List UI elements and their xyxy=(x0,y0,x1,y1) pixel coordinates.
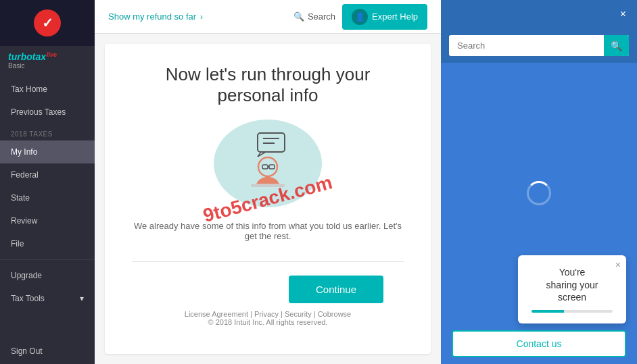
svg-marker-3 xyxy=(258,152,266,157)
sidebar-item-tax-tools[interactable]: Tax Tools ▾ xyxy=(0,287,95,310)
sidebar-item-state[interactable]: State xyxy=(0,186,95,209)
right-panel-close-button[interactable]: × xyxy=(620,8,626,20)
sign-out-link[interactable]: Sign Out xyxy=(0,338,95,364)
sidebar-item-review[interactable]: Review xyxy=(0,209,95,232)
expert-help-button[interactable]: 👤 Expert Help xyxy=(342,4,427,30)
sharing-popup-close-button[interactable]: × xyxy=(615,259,621,270)
svg-rect-6 xyxy=(269,165,275,169)
expert-avatar: 👤 xyxy=(352,9,368,25)
taxes-section-label: 2018 TAXES xyxy=(0,124,95,140)
topbar: Show my refund so far › 🔍 Search 👤 Exper… xyxy=(95,0,441,34)
sidebar-item-file[interactable]: File xyxy=(0,232,95,255)
brand-area: turbotaxlive Basic xyxy=(0,46,95,78)
svg-rect-5 xyxy=(262,165,268,169)
sidebar-item-upgrade[interactable]: Upgrade xyxy=(0,264,95,287)
sharing-progress-bar-container xyxy=(532,310,613,313)
topbar-left: Show my refund so far › xyxy=(108,11,203,22)
right-panel: × 🔍 × You'resharing yourscreen Contact u… xyxy=(441,0,637,364)
sidebar-item-previous-taxes[interactable]: Previous Taxes xyxy=(0,101,95,124)
person-illustration xyxy=(237,130,298,197)
sidebar-item-my-info[interactable]: My Info xyxy=(0,140,95,163)
loading-spinner xyxy=(527,181,551,205)
continue-button[interactable]: Continue xyxy=(289,276,383,303)
sharing-text: You'resharing yourscreen xyxy=(532,266,613,303)
brand-name: turbotaxlive xyxy=(8,51,87,62)
search-input-wrapper: 🔍 xyxy=(449,35,629,56)
chevron-right-icon: › xyxy=(200,12,203,22)
brand-tier: Basic xyxy=(8,62,87,70)
logo-checkmark: ✓ xyxy=(42,15,53,31)
sharing-progress-fill xyxy=(532,310,564,313)
logo-circle: ✓ xyxy=(34,9,61,36)
main-content: Show my refund so far › 🔍 Search 👤 Exper… xyxy=(95,0,441,364)
sidebar-item-federal[interactable]: Federal xyxy=(0,163,95,186)
right-panel-header: × xyxy=(441,0,637,28)
refund-link[interactable]: Show my refund so far xyxy=(108,11,196,22)
sidebar: ✓ turbotaxlive Basic Tax Home Previous T… xyxy=(0,0,95,364)
svg-rect-8 xyxy=(251,184,285,187)
nav-divider xyxy=(0,259,95,260)
search-submit-button[interactable]: 🔍 xyxy=(604,35,629,56)
chevron-down-icon: ▾ xyxy=(80,294,84,303)
illustration-area xyxy=(214,120,322,207)
search-button[interactable]: 🔍 Search xyxy=(293,11,335,22)
sharing-popup: × You'resharing yourscreen xyxy=(518,255,626,323)
content-card: 9to5crack.com Now let's run through your… xyxy=(105,44,431,354)
page-description: We already have some of this info from w… xyxy=(133,221,403,241)
action-area: Continue xyxy=(132,276,404,303)
footer-links: License Agreement | Privacy | Security |… xyxy=(185,310,351,326)
search-panel: 🔍 xyxy=(441,28,637,63)
search-input[interactable] xyxy=(449,35,629,56)
search-icon: 🔍 xyxy=(293,11,304,22)
sidebar-logo-area: ✓ xyxy=(0,0,95,46)
contact-us-button[interactable]: Contact us xyxy=(452,330,626,357)
search-icon: 🔍 xyxy=(611,41,622,51)
topbar-right: 🔍 Search 👤 Expert Help xyxy=(293,4,427,30)
page-title: Now let's run through your personal info xyxy=(132,64,404,106)
sidebar-item-tax-home[interactable]: Tax Home xyxy=(0,78,95,101)
content-divider xyxy=(132,261,404,262)
